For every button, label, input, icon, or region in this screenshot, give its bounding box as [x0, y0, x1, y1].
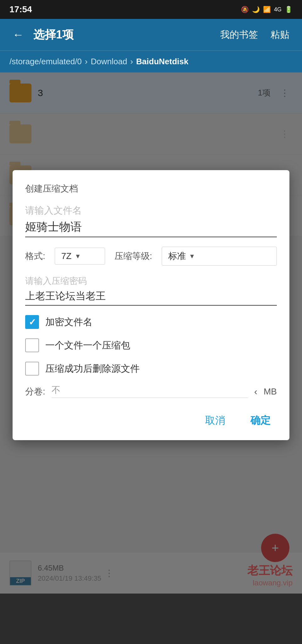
dialog-title: 创建压缩文档: [25, 183, 277, 195]
level-label: 压缩等级:: [115, 250, 152, 262]
filename-placeholder: 请输入文件名: [25, 204, 277, 217]
signal-icon: 4G: [274, 6, 282, 13]
nav-title: 选择1项: [33, 27, 211, 43]
breadcrumb: /storage/emulated/0 › Download › BaiduNe…: [0, 50, 302, 72]
breadcrumb-sep1: ›: [85, 57, 88, 66]
moon-icon: 🌙: [252, 6, 260, 13]
bookmark-button[interactable]: 我的书签: [217, 25, 261, 44]
top-nav: ← 选择1项 我的书签 粘贴: [0, 19, 302, 50]
split-arrow-icon[interactable]: ‹: [254, 386, 257, 397]
paste-button[interactable]: 粘贴: [267, 25, 293, 44]
checkbox1[interactable]: [25, 315, 39, 329]
status-bar: 17:54 🔕 🌙 📶 4G 🔋: [0, 0, 302, 19]
create-archive-dialog: 创建压缩文档 请输入文件名 格式: 7Z ▼ 压缩等级: 标准 ▼ 请输入压缩密…: [13, 170, 289, 440]
format-level-row: 格式: 7Z ▼ 压缩等级: 标准 ▼: [25, 247, 277, 266]
checkbox2-label: 一个文件一个压缩包: [45, 339, 130, 352]
breadcrumb-sep2: ›: [130, 57, 133, 66]
dialog-actions: 取消 确定: [25, 407, 277, 431]
split-input[interactable]: [52, 385, 248, 398]
format-value: 7Z: [61, 251, 72, 261]
battery-icon: 🔋: [285, 6, 293, 13]
checkbox3-row: 压缩成功后删除源文件: [25, 362, 277, 376]
split-row: 分卷: ‹ MB: [25, 385, 277, 398]
checkbox3[interactable]: [25, 362, 39, 376]
level-select[interactable]: 标准 ▼: [162, 247, 277, 266]
breadcrumb-path1[interactable]: /storage/emulated/0: [9, 57, 82, 66]
checkbox1-label: 加密文件名: [45, 316, 92, 329]
status-time: 17:54: [9, 4, 32, 14]
level-value: 标准: [168, 250, 186, 262]
checkbox2[interactable]: [25, 338, 39, 352]
checkbox1-row: 加密文件名: [25, 315, 277, 329]
breadcrumb-path2[interactable]: Download: [91, 57, 127, 66]
format-label: 格式:: [25, 250, 45, 262]
cancel-button[interactable]: 取消: [199, 411, 232, 431]
checkbox3-label: 压缩成功后删除源文件: [45, 362, 140, 375]
back-button[interactable]: ←: [9, 25, 27, 44]
level-arrow-icon: ▼: [189, 253, 195, 260]
filename-input[interactable]: [25, 220, 277, 237]
checkbox2-row: 一个文件一个压缩包: [25, 338, 277, 352]
wifi-icon: 📶: [263, 6, 271, 13]
confirm-button[interactable]: 确定: [244, 411, 277, 431]
file-list: 3 1项 ⋮ ⋮ ⋮ ⋮ 创建压缩文档 请输入文件名 格式: 7Z ▼ 压缩等级…: [0, 72, 302, 594]
split-unit: MB: [264, 387, 277, 397]
breadcrumb-current[interactable]: BaiduNetdisk: [136, 57, 188, 66]
format-arrow-icon: ▼: [75, 253, 81, 260]
format-select[interactable]: 7Z ▼: [55, 248, 105, 265]
split-label: 分卷:: [25, 386, 45, 398]
password-placeholder: 请输入压缩密码: [25, 275, 277, 287]
status-icons: 🔕 🌙 📶 4G 🔋: [241, 6, 293, 13]
password-input[interactable]: [25, 290, 277, 306]
mute-icon: 🔕: [241, 6, 249, 13]
